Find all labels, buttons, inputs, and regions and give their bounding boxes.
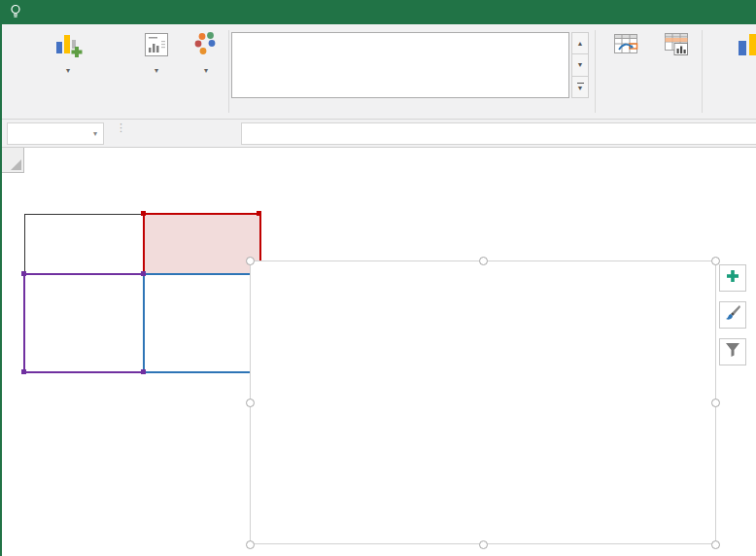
chart-styles-gallery — [231, 32, 569, 98]
formula-input[interactable] — [241, 122, 756, 145]
range-handle[interactable] — [257, 211, 261, 216]
funnel-icon — [724, 341, 741, 363]
gallery-scroll-down-button[interactable]: ▼ — [571, 54, 589, 76]
quick-layout-label2 — [155, 63, 158, 76]
gallery-scroll-up-button[interactable]: ▲ — [571, 32, 589, 54]
tab-partial[interactable] — [36, 0, 44, 24]
range-handle[interactable] — [21, 369, 26, 374]
gallery-more-button[interactable]: ▼ — [571, 77, 589, 98]
select-data-icon — [662, 29, 691, 60]
chart-resize-handle[interactable] — [246, 540, 255, 549]
ribbon-divider — [595, 30, 596, 113]
cell-a3[interactable] — [24, 214, 144, 274]
chart-resize-handle[interactable] — [711, 540, 720, 549]
plus-icon — [725, 268, 740, 288]
range-handle[interactable] — [141, 369, 146, 374]
formula-bar: ▾ ⋮ — [0, 120, 756, 148]
add-chart-element-label2 — [66, 63, 70, 76]
ribbon-tab-bar — [0, 0, 756, 24]
switch-row-column-icon — [611, 29, 640, 60]
range-handle[interactable] — [141, 271, 146, 276]
range-handle[interactable] — [21, 271, 26, 276]
chart-object[interactable] — [250, 261, 716, 544]
chart-resize-handle[interactable] — [246, 257, 255, 265]
chart-resize-handle[interactable] — [479, 540, 488, 549]
change-colors-icon — [191, 29, 221, 60]
chart-resize-handle[interactable] — [711, 399, 720, 407]
tab-tellme[interactable] — [0, 0, 36, 24]
change-chart-type-icon — [734, 29, 756, 60]
gallery-scrollbar: ▲ ▼ ▼ — [571, 32, 589, 98]
ribbon-divider — [228, 30, 229, 113]
add-chart-element-button[interactable] — [8, 29, 128, 76]
paintbrush-icon — [724, 304, 741, 326]
lightbulb-icon — [10, 4, 21, 21]
chart-elements-button[interactable] — [719, 264, 746, 292]
change-colors-label2 — [204, 63, 208, 76]
range-handle[interactable] — [141, 211, 146, 216]
selection-range-values — [143, 273, 261, 373]
window-edge — [0, 0, 2, 556]
change-colors-button[interactable] — [185, 29, 227, 76]
selection-range-categories — [23, 273, 145, 373]
chart-resize-handle[interactable] — [246, 399, 255, 407]
quick-layout-icon — [143, 29, 170, 60]
name-box[interactable]: ▾ — [7, 122, 104, 145]
ribbon: ▲ ▼ ▼ — [0, 24, 756, 120]
chart-resize-handle[interactable] — [479, 257, 488, 265]
formula-bar-grip[interactable]: ⋮ — [116, 125, 126, 130]
change-chart-type-button[interactable] — [709, 29, 756, 63]
select-all-corner[interactable] — [0, 148, 24, 173]
switch-row-column-button[interactable] — [599, 29, 653, 63]
chart-filters-button[interactable] — [719, 338, 746, 365]
quick-layout-button[interactable] — [130, 29, 183, 76]
select-data-button[interactable] — [653, 29, 700, 63]
add-chart-element-icon — [53, 29, 83, 60]
name-box-dropdown-icon[interactable]: ▾ — [93, 129, 97, 138]
cell-b3[interactable] — [144, 214, 260, 274]
chart-styles-button[interactable] — [719, 301, 746, 329]
ribbon-divider — [702, 30, 703, 113]
